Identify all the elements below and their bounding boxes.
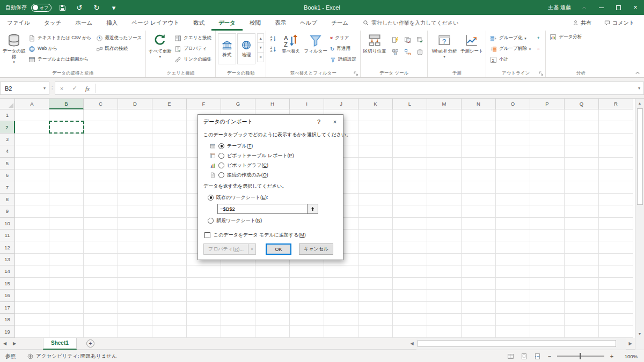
formula-bar-expand-button[interactable]: ▾: [635, 86, 643, 91]
cell-E19[interactable]: [152, 326, 187, 337]
cell-E5[interactable]: [152, 158, 187, 169]
cell-I14[interactable]: [290, 265, 324, 277]
column-header-R[interactable]: R: [599, 99, 633, 109]
cell-D13[interactable]: [118, 254, 152, 265]
from-table-range-button[interactable]: テーブルまたは範囲から: [26, 54, 94, 65]
save-button[interactable]: [56, 1, 69, 14]
cell-E14[interactable]: [152, 265, 187, 277]
cell-O5[interactable]: [496, 158, 530, 169]
column-header-B[interactable]: B: [49, 99, 84, 109]
cell-K5[interactable]: [358, 158, 393, 169]
cell-C12[interactable]: [84, 241, 118, 253]
confirm-entry-button[interactable]: ✓: [68, 82, 81, 94]
scroll-up-button[interactable]: ▲: [635, 99, 644, 107]
cell-R11[interactable]: [599, 230, 633, 241]
cell-D17[interactable]: [118, 302, 152, 314]
column-header-P[interactable]: P: [530, 99, 565, 109]
cell-M16[interactable]: [427, 290, 462, 301]
cell-B6[interactable]: [49, 169, 84, 181]
cell-G16[interactable]: [221, 290, 255, 301]
cell-B8[interactable]: [49, 194, 84, 205]
cell-N2[interactable]: [462, 121, 496, 133]
cell-A5[interactable]: [15, 158, 49, 169]
quick-access-customize-button[interactable]: ▾: [107, 1, 120, 14]
cell-E16[interactable]: [152, 290, 187, 301]
ribbon-tab-file[interactable]: ファイル: [0, 15, 37, 31]
cell-Q7[interactable]: [565, 181, 599, 193]
ribbon-tab-7[interactable]: 校閲: [243, 15, 268, 31]
cell-R13[interactable]: [599, 254, 633, 265]
cell-K4[interactable]: [358, 145, 393, 157]
consolidate-button[interactable]: [389, 46, 401, 58]
cell-B13[interactable]: [49, 254, 84, 265]
cell-A14[interactable]: [15, 265, 49, 277]
cell-F14[interactable]: [187, 265, 221, 277]
cell-C3[interactable]: [84, 134, 118, 145]
column-header-C[interactable]: C: [84, 99, 118, 109]
cell-D9[interactable]: [118, 205, 152, 217]
cell-K7[interactable]: [358, 181, 393, 193]
cell-B10[interactable]: [49, 218, 84, 230]
tell-me-search[interactable]: 実行したい作業を入力してください: [363, 15, 458, 31]
cell-N1[interactable]: [462, 109, 496, 121]
row-header-18[interactable]: 18: [0, 314, 15, 326]
recent-sources-button[interactable]: 最近使ったソース: [94, 33, 144, 43]
cell-M3[interactable]: [427, 134, 462, 145]
cell-E18[interactable]: [152, 314, 187, 326]
sort-descending-button[interactable]: [268, 43, 279, 54]
column-header-D[interactable]: D: [118, 99, 152, 109]
hide-detail-button[interactable]: −: [533, 43, 544, 54]
cell-C16[interactable]: [84, 290, 118, 301]
cell-M12[interactable]: [427, 241, 462, 253]
row-header-7[interactable]: 7: [0, 181, 15, 193]
row-header-12[interactable]: 12: [0, 241, 15, 253]
cell-C2[interactable]: [84, 121, 118, 133]
cell-O9[interactable]: [496, 205, 530, 217]
cell-E17[interactable]: [152, 302, 187, 314]
option-table[interactable]: テーブル(T): [210, 141, 338, 151]
gallery-down-button[interactable]: ▼: [257, 43, 264, 53]
cell-Q12[interactable]: [565, 241, 599, 253]
previous-sheet-button[interactable]: ◀: [0, 338, 10, 350]
cell-B19[interactable]: [49, 326, 84, 337]
cell-C9[interactable]: [84, 205, 118, 217]
advanced-filter-button[interactable]: 詳細設定: [328, 54, 358, 65]
cell-E15[interactable]: [152, 278, 187, 290]
cell-H17[interactable]: [255, 302, 290, 314]
share-button[interactable]: 共有: [567, 16, 597, 30]
cell-E6[interactable]: [152, 169, 187, 181]
scroll-down-button[interactable]: ▼: [635, 329, 644, 338]
column-header-H[interactable]: H: [255, 99, 290, 109]
cell-O13[interactable]: [496, 254, 530, 265]
cell-A9[interactable]: [15, 205, 49, 217]
cell-L15[interactable]: [393, 278, 427, 290]
vertical-scrollbar[interactable]: ▲ ▼: [635, 99, 644, 338]
what-if-analysis-button[interactable]: What-If 分析 ▾: [429, 32, 459, 58]
ribbon-tab-4[interactable]: ページ レイアウト: [125, 15, 186, 31]
cell-D11[interactable]: [118, 230, 152, 241]
cell-M1[interactable]: [427, 109, 462, 121]
cell-O15[interactable]: [496, 278, 530, 290]
cell-J17[interactable]: [324, 302, 358, 314]
cancel-entry-button[interactable]: ×: [55, 82, 68, 94]
cell-D1[interactable]: [118, 109, 152, 121]
cell-H15[interactable]: [255, 278, 290, 290]
cell-I17[interactable]: [290, 302, 324, 314]
cell-M19[interactable]: [427, 326, 462, 337]
cell-N11[interactable]: [462, 230, 496, 241]
row-header-3[interactable]: 3: [0, 134, 15, 145]
cell-C6[interactable]: [84, 169, 118, 181]
zoom-level[interactable]: 100%: [619, 353, 638, 359]
cell-J16[interactable]: [324, 290, 358, 301]
cell-R10[interactable]: [599, 218, 633, 230]
cell-D8[interactable]: [118, 194, 152, 205]
cell-P10[interactable]: [530, 218, 565, 230]
dialog-help-button[interactable]: ?: [311, 115, 327, 129]
cell-Q4[interactable]: [565, 145, 599, 157]
cell-L3[interactable]: [393, 134, 427, 145]
collapse-dialog-button[interactable]: [308, 204, 318, 214]
cell-O12[interactable]: [496, 241, 530, 253]
ribbon-tab-1[interactable]: タッチ: [37, 15, 68, 31]
flash-fill-button[interactable]: [389, 34, 401, 46]
cell-N3[interactable]: [462, 134, 496, 145]
